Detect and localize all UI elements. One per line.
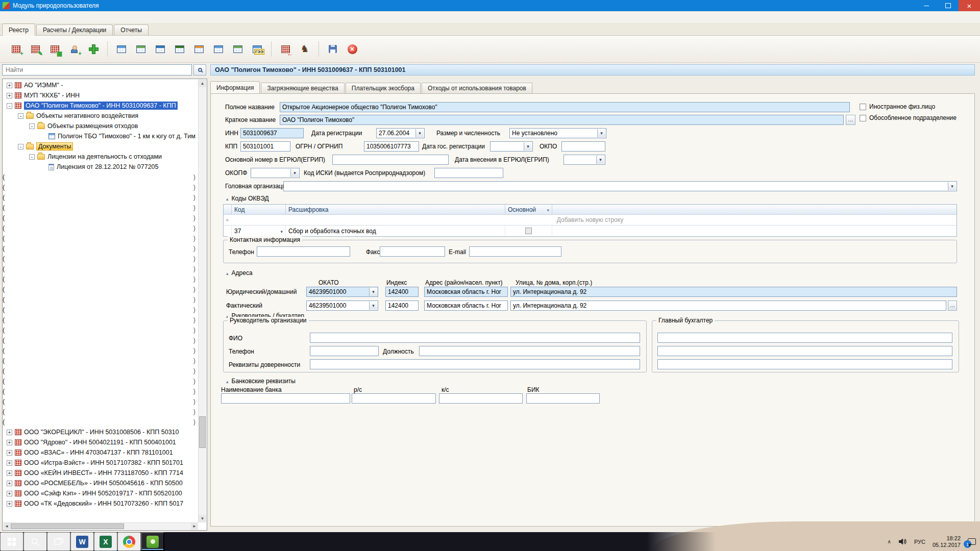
tree-item[interactable]: ( ) <box>3 417 198 427</box>
director-phone-input[interactable] <box>310 346 379 356</box>
tree-item[interactable]: - Лицензии на деятельность с отходами <box>3 152 198 162</box>
iski-input[interactable] <box>434 168 503 178</box>
tree-item[interactable]: - ОАО "Полигон Тимохово" - ИНН 503100963… <box>3 101 198 111</box>
scroll-right-icon[interactable]: ► <box>191 523 198 530</box>
scrollbar-thumb[interactable] <box>11 523 124 529</box>
word-button[interactable]: W <box>70 532 94 551</box>
accountant-fio-input[interactable] <box>657 333 952 343</box>
tree-item[interactable]: ( ) <box>3 407 198 417</box>
tree-expander-icon[interactable]: - <box>29 123 35 129</box>
inn-input[interactable]: 5031009637 <box>240 128 304 138</box>
tree-item[interactable]: ( ) <box>3 366 198 376</box>
menu-settings[interactable] <box>30 16 39 19</box>
tree-item[interactable]: + ООО «Сэйф Кэп» - ИНН 5052019717 - КПП … <box>3 488 198 498</box>
foreign-person-checkbox[interactable] <box>860 104 866 110</box>
form-tab-info[interactable]: Информация <box>210 81 260 93</box>
actual-address-input[interactable]: Московская область г. Ног <box>424 300 508 311</box>
tree-expander-icon[interactable]: + <box>7 83 12 88</box>
tree-item[interactable]: ( ) <box>3 294 198 305</box>
tree-item[interactable]: ( ) <box>3 274 198 284</box>
module-app-button[interactable] <box>141 532 164 551</box>
tree-item[interactable]: ( ) <box>3 203 198 213</box>
delete-button[interactable] <box>342 40 362 58</box>
tree-expander-icon[interactable]: + <box>7 491 12 496</box>
tree-item[interactable]: ( ) <box>3 223 198 233</box>
okved-row[interactable]: 37 Сбор и обработка сточных вод <box>224 226 957 236</box>
tree-item[interactable]: ( ) <box>3 305 198 315</box>
chrome-button[interactable] <box>117 532 141 551</box>
scroll-up-icon[interactable]: ▲ <box>199 80 206 87</box>
okved-code-cell[interactable]: 37 <box>232 226 286 236</box>
add-organization-button[interactable] <box>6 40 26 58</box>
tree-item[interactable]: + ООО "ЭКОРЕЦИКЛ" - ИНН 5031008506 - КПП… <box>3 427 198 437</box>
tree-item[interactable]: + ООО «Истра-Вэйст» - ИНН 5017107382 - К… <box>3 458 198 468</box>
remove-organization-button[interactable] <box>276 40 295 58</box>
horizontal-scrollbar[interactable]: ◄ ► <box>3 522 198 530</box>
tree-item[interactable]: + ООО «РОСМЕБЕЛЬ» - ИНН 5050045616 - КПП… <box>3 478 198 488</box>
tree-item[interactable]: ( ) <box>3 396 198 407</box>
collapse-icon[interactable] <box>226 269 229 277</box>
tree-item[interactable]: + ООО "Ядрово" - ИНН 5004021191 - КПП 50… <box>3 437 198 447</box>
tree-item[interactable]: ( ) <box>3 233 198 243</box>
accountant-extra-input[interactable] <box>657 359 952 369</box>
menu-file[interactable] <box>2 16 11 19</box>
scroll-down-icon[interactable]: ▼ <box>199 515 206 522</box>
form-tab-goods-waste[interactable]: Отходы от использования товаров <box>422 83 532 93</box>
tree-item[interactable]: + ООО «ТК «Дедовский» - ИНН 5017073260 -… <box>3 498 198 509</box>
tree-item[interactable]: + МУП "ККХБ" - ИНН <box>3 90 198 101</box>
tree-item[interactable]: + ООО «КЕЙН ИНВЕСТ» - ИНН 7731187050 - К… <box>3 468 198 478</box>
bank-ks-input[interactable] <box>439 393 523 404</box>
size-select[interactable]: Не установлено <box>509 128 606 138</box>
tree-expander-icon[interactable]: + <box>7 460 12 466</box>
okved-col-code[interactable]: Код <box>232 205 286 214</box>
actual-street-input[interactable]: ул. Интернационала д. 92 <box>510 300 946 311</box>
form-tab-pollutants[interactable]: Загрязняющие вещества <box>261 83 344 93</box>
legal-index-input[interactable]: 142400 <box>385 287 419 297</box>
okopf-select[interactable] <box>251 168 300 178</box>
actual-index-input[interactable]: 142400 <box>385 300 419 311</box>
language-indicator[interactable]: РУС <box>914 539 925 545</box>
okved-col-main[interactable]: Основной <box>505 205 552 214</box>
tree-expander-icon[interactable]: + <box>7 470 12 476</box>
okved-add-row[interactable]: Добавить новую строку <box>224 215 957 226</box>
save-button[interactable] <box>323 40 342 58</box>
tree-item[interactable]: Лицензия от 28.12.2012 № 077205 <box>3 162 198 172</box>
tree-item[interactable]: ( ) <box>3 243 198 254</box>
tree-item[interactable]: ( ) <box>3 376 198 386</box>
tree-expander-icon[interactable]: + <box>7 93 12 98</box>
tree-item[interactable]: ( ) <box>3 325 198 335</box>
tree-item[interactable]: ( ) <box>3 284 198 294</box>
kpp-input[interactable]: 503101001 <box>240 141 290 152</box>
full-name-input[interactable]: Открытое Акционерное общество "Полигон Т… <box>280 102 850 112</box>
excel-button[interactable]: X <box>94 532 117 551</box>
legal-street-input[interactable]: ул. Интернационала д. 92 <box>510 287 957 297</box>
tray-expand-icon[interactable]: ∧ <box>888 539 891 544</box>
search-button[interactable] <box>193 64 206 76</box>
tree-expander-icon[interactable]: + <box>7 430 12 435</box>
tree-expander-icon[interactable]: + <box>7 481 12 486</box>
notification-center-icon[interactable]: 1 <box>968 538 976 545</box>
bank-name-input[interactable] <box>221 393 350 404</box>
tree-item[interactable]: + АО "ИЭММ" - <box>3 80 198 90</box>
actual-okato-select[interactable]: 46239501000 <box>306 300 378 311</box>
egrul-number-input[interactable] <box>332 155 449 165</box>
tree-item[interactable]: - Объекты негативного воздействия <box>3 111 198 121</box>
journal-archive-button[interactable] <box>228 40 248 58</box>
reference-book-button[interactable] <box>295 40 314 58</box>
taskbar-clock[interactable]: 18:22 05.12.2017 <box>933 535 961 548</box>
okpo-input[interactable] <box>561 141 605 152</box>
tree-item[interactable]: ( ) <box>3 315 198 325</box>
tree-item[interactable]: ( ) <box>3 192 198 203</box>
collapse-icon[interactable] <box>226 195 229 202</box>
menu-report[interactable] <box>20 16 30 19</box>
tree-item[interactable]: ( ) <box>3 182 198 192</box>
bank-rs-input[interactable] <box>352 393 436 404</box>
form-tab-ecofee[interactable]: Плательщик экосбора <box>346 83 421 93</box>
journal-objects-button[interactable] <box>112 40 131 58</box>
phone-input[interactable] <box>257 246 350 257</box>
tree-item[interactable]: ( ) <box>3 172 198 182</box>
legal-okato-select[interactable]: 46239501000 <box>306 287 378 297</box>
gos-reg-date-picker[interactable] <box>490 141 533 152</box>
short-name-browse-button[interactable]: … <box>846 115 855 125</box>
collapse-icon[interactable] <box>226 378 229 385</box>
